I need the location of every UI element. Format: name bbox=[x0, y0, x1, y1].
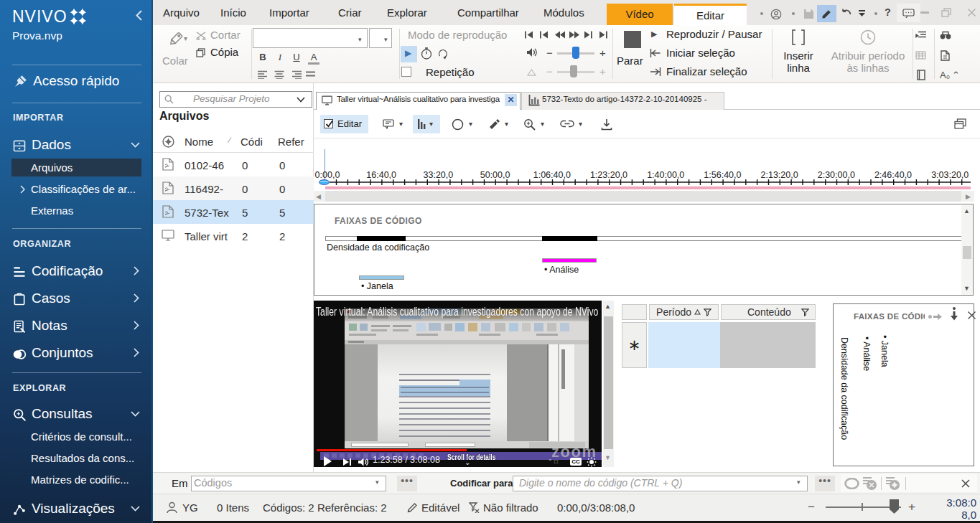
svg-text:1:56:40,0: 1:56:40,0 bbox=[704, 170, 741, 180]
svg-text:1:06:40,0: 1:06:40,0 bbox=[533, 170, 571, 180]
svg-text:2:30:00,0: 2:30:00,0 bbox=[818, 170, 855, 180]
svg-text:1:23:20,0: 1:23:20,0 bbox=[590, 170, 627, 180]
svg-text:0:00,0: 0:00,0 bbox=[315, 170, 340, 180]
svg-text:2:46:40,0: 2:46:40,0 bbox=[874, 170, 912, 180]
svg-text:50:00,0: 50:00,0 bbox=[480, 170, 510, 180]
svg-text:33:20,0: 33:20,0 bbox=[424, 170, 454, 180]
svg-text:1:40:00,0: 1:40:00,0 bbox=[647, 170, 684, 180]
svg-text:16:40,0: 16:40,0 bbox=[366, 170, 396, 180]
svg-text:2:13:20,0: 2:13:20,0 bbox=[761, 170, 798, 180]
svg-text:3:03:20,0: 3:03:20,0 bbox=[931, 170, 969, 180]
